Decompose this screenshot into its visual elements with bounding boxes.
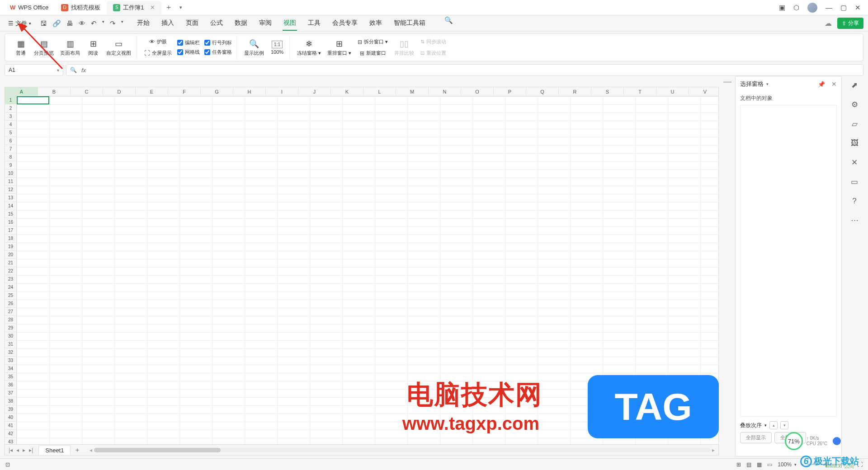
search-icon[interactable]: 🔍 [444,16,453,31]
col-header[interactable]: U [656,87,689,96]
view-custom-button[interactable]: ▭自定义视图 [104,37,134,58]
chevron-down-icon[interactable]: ▾ [794,462,797,467]
zoom-value[interactable]: 100% [778,461,792,468]
lens-icon[interactable]: 🔍 [70,67,77,73]
layout-tool-icon[interactable]: ▱ [852,119,858,129]
title-tab-daoke[interactable]: D 找稻壳模板 [55,1,107,14]
row-header[interactable]: 38 [5,397,16,405]
row-header[interactable]: 24 [5,283,16,291]
row-header[interactable]: 11 [5,178,16,186]
layout-icon[interactable]: ▣ [779,4,785,12]
fx-icon[interactable]: fx [81,67,86,74]
chevron-down-icon[interactable]: ▾ [764,423,767,428]
settings-tool-icon[interactable]: ⚙ [851,100,858,109]
hide-all-button[interactable]: 全部隐藏 [774,432,806,443]
move-down-button[interactable]: ▾ [780,421,788,429]
row-header[interactable]: 19 [5,243,16,251]
file-menu[interactable]: ☰ 文件 ▾ [5,18,35,29]
grid-view-icon[interactable]: ⊞ [736,461,741,468]
more-icon[interactable]: ⋯ [851,216,859,225]
title-tab-wps[interactable]: W WPS Office [4,1,55,14]
arrange-windows-button[interactable]: ⊞重排窗口 ▾ [325,37,354,58]
row-header[interactable]: 32 [5,348,16,357]
row-header[interactable]: 4 [5,121,16,129]
zoom-in-button[interactable]: ＋ [846,461,852,468]
col-header[interactable]: J [298,87,331,96]
col-header[interactable]: C [71,87,103,96]
share-button[interactable]: ⇧ 分享 [837,18,863,29]
close-window-button[interactable]: ✕ [855,4,861,12]
name-box[interactable]: A1 ▾ [5,64,63,76]
col-header[interactable]: V [689,87,719,96]
cloud-icon[interactable]: ☁ [825,19,832,28]
row-header[interactable]: 14 [5,202,16,210]
zoom-out-button[interactable]: － [799,461,805,468]
row-header[interactable]: 33 [5,357,16,365]
status-icon[interactable]: ⊡ [5,461,10,468]
row-header[interactable]: 5 [5,129,16,137]
view-layout-icon[interactable]: ▦ [757,461,762,468]
rowcol-checkbox[interactable]: 行号列标 [203,38,234,47]
print-icon[interactable]: 🖶 [66,19,73,28]
select-tool-icon[interactable]: ⬈ [851,80,858,90]
image-tool-icon[interactable]: 🖼 [851,139,859,148]
row-header[interactable]: 20 [5,251,16,259]
sheet-first-icon[interactable]: |◂ [9,447,13,453]
new-tab-button[interactable]: ＋ [161,1,176,14]
row-header[interactable]: 23 [5,275,16,283]
chevron-down-icon[interactable]: ▾ [766,82,769,86]
avatar[interactable] [807,3,817,13]
tab-tools[interactable]: 工具 [307,16,321,31]
view-page-layout-button[interactable]: ▥页面布局 [57,37,83,58]
link-icon[interactable]: 🔗 [52,19,61,28]
add-sheet-button[interactable]: ＋ [74,446,80,454]
pin-icon[interactable]: 📌 [818,81,825,88]
row-header[interactable]: 28 [5,316,16,324]
col-header[interactable]: F [168,87,201,96]
col-header[interactable]: D [103,87,136,96]
cube-icon[interactable]: ⬡ [793,4,799,12]
book-icon[interactable]: ▭ [851,177,858,187]
tab-view[interactable]: 视图 [283,16,297,31]
col-header[interactable]: G [201,87,233,96]
row-header[interactable]: 41 [5,422,16,430]
row-header[interactable]: 36 [5,381,16,389]
col-header[interactable]: P [494,87,526,96]
sheet-next-icon[interactable]: ▸ [23,447,25,453]
sheet-tab[interactable]: Sheet1 [38,445,71,455]
move-up-button[interactable]: ▴ [769,421,778,429]
col-header[interactable]: R [559,87,591,96]
row-header[interactable]: 17 [5,226,16,235]
tab-member[interactable]: 会员专享 [331,16,359,31]
split-window-button[interactable]: ⊟拆分窗口 ▾ [355,37,391,47]
row-header[interactable]: 12 [5,186,16,194]
close-tab-icon[interactable]: ✕ [150,4,155,11]
row-header[interactable]: 22 [5,267,16,275]
new-window-button[interactable]: ⊞新建窗口 [355,48,391,58]
view-page-preview-button[interactable]: ▤分页预览 [31,37,57,58]
col-header[interactable]: H [233,87,266,96]
row-header[interactable]: 21 [5,259,16,267]
maximize-button[interactable]: ▢ [840,4,847,12]
row-header[interactable]: 3 [5,113,16,121]
help-icon[interactable]: ? [852,197,856,206]
show-all-button[interactable]: 全部显示 [740,432,772,443]
tools-icon[interactable]: ✕ [851,158,858,167]
col-header[interactable]: O [461,87,494,96]
col-header[interactable]: N [429,87,461,96]
view-page-icon[interactable]: ▤ [746,461,751,468]
row-header[interactable]: 29 [5,324,16,332]
sheet-prev-icon[interactable]: ◂ [16,447,19,453]
tab-review[interactable]: 审阅 [258,16,273,31]
qat-dropdown-icon[interactable]: ▾ [121,19,123,28]
tab-formula[interactable]: 公式 [209,16,224,31]
row-header[interactable]: 6 [5,137,16,145]
name-box-dropdown-icon[interactable]: ▾ [57,68,59,73]
row-header[interactable]: 16 [5,218,16,226]
view-read-icon[interactable]: ▭ [767,461,772,468]
tab-start[interactable]: 开始 [136,16,151,31]
zoom-100-button[interactable]: 1:1100% [268,39,287,56]
row-header[interactable]: 15 [5,210,16,218]
col-header[interactable]: S [591,87,624,96]
undo-dropdown-icon[interactable]: ▾ [102,19,104,28]
